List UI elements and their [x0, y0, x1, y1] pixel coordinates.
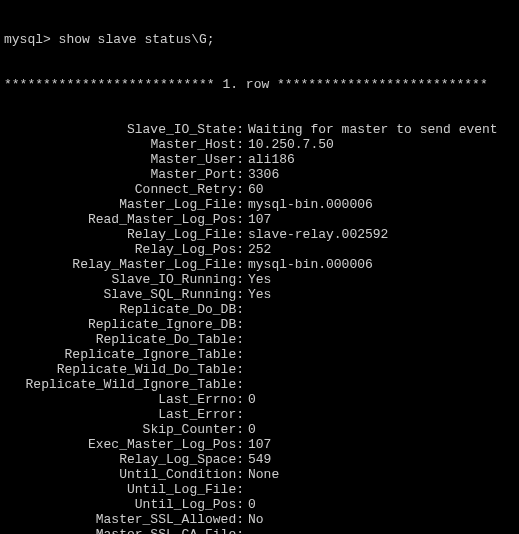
field-value: [244, 482, 248, 497]
status-row: Relay_Log_File:slave-relay.002592: [4, 227, 515, 242]
field-value: Yes: [244, 272, 271, 287]
field-label: Skip_Counter:: [4, 422, 244, 437]
field-label: Relay_Log_Pos:: [4, 242, 244, 257]
field-value: mysql-bin.000006: [244, 257, 373, 272]
prompt: mysql>: [4, 32, 59, 47]
field-value: [244, 332, 248, 347]
field-label: Replicate_Wild_Do_Table:: [4, 362, 244, 377]
field-value: Yes: [244, 287, 271, 302]
field-label: Until_Log_File:: [4, 482, 244, 497]
field-value: No: [244, 512, 264, 527]
status-row: Slave_IO_Running:Yes: [4, 272, 515, 287]
terminal-output: mysql> show slave status\G; ************…: [0, 0, 519, 534]
field-value: 107: [244, 212, 271, 227]
field-value: 107: [244, 437, 271, 452]
status-row: Master_Log_File:mysql-bin.000006: [4, 197, 515, 212]
field-value: [244, 347, 248, 362]
field-label: Slave_IO_Running:: [4, 272, 244, 287]
field-value: 10.250.7.50: [244, 137, 334, 152]
field-value: 0: [244, 392, 256, 407]
field-value: Waiting for master to send event: [244, 122, 498, 137]
field-label: Relay_Log_Space:: [4, 452, 244, 467]
field-value: 549: [244, 452, 271, 467]
command-line[interactable]: mysql> show slave status\G;: [4, 32, 515, 47]
field-label: Replicate_Ignore_DB:: [4, 317, 244, 332]
command-text: show slave status\G;: [59, 32, 215, 47]
field-value: [244, 362, 248, 377]
field-label: Master_SSL_Allowed:: [4, 512, 244, 527]
field-label: Relay_Master_Log_File:: [4, 257, 244, 272]
field-value: [244, 407, 248, 422]
status-row: Until_Log_Pos:0: [4, 497, 515, 512]
status-row: Replicate_Wild_Ignore_Table:: [4, 377, 515, 392]
field-value: [244, 527, 248, 534]
status-row: Read_Master_Log_Pos:107: [4, 212, 515, 227]
status-row: Master_Host:10.250.7.50: [4, 137, 515, 152]
field-label: Master_User:: [4, 152, 244, 167]
status-row: Until_Condition:None: [4, 467, 515, 482]
field-value: 0: [244, 497, 256, 512]
row-marker: *************************** 1. row *****…: [4, 77, 515, 92]
field-label: Connect_Retry:: [4, 182, 244, 197]
status-row: Until_Log_File:: [4, 482, 515, 497]
field-label: Until_Log_Pos:: [4, 497, 244, 512]
field-label: Exec_Master_Log_Pos:: [4, 437, 244, 452]
field-label: Slave_SQL_Running:: [4, 287, 244, 302]
status-row: Exec_Master_Log_Pos:107: [4, 437, 515, 452]
field-label: Master_Port:: [4, 167, 244, 182]
field-label: Master_SSL_CA_File:: [4, 527, 244, 534]
status-fields: Slave_IO_State:Waiting for master to sen…: [4, 122, 515, 534]
field-label: Last_Errno:: [4, 392, 244, 407]
status-row: Last_Error:: [4, 407, 515, 422]
field-label: Until_Condition:: [4, 467, 244, 482]
field-label: Replicate_Do_DB:: [4, 302, 244, 317]
field-label: Last_Error:: [4, 407, 244, 422]
field-value: 0: [244, 422, 256, 437]
field-value: [244, 377, 248, 392]
field-label: Master_Host:: [4, 137, 244, 152]
status-row: Relay_Log_Space:549: [4, 452, 515, 467]
row-marker-right: ***************************: [277, 77, 488, 92]
field-value: ali186: [244, 152, 295, 167]
field-value: None: [244, 467, 279, 482]
status-row: Relay_Master_Log_File:mysql-bin.000006: [4, 257, 515, 272]
status-row: Connect_Retry:60: [4, 182, 515, 197]
status-row: Relay_Log_Pos:252: [4, 242, 515, 257]
field-value: 3306: [244, 167, 279, 182]
status-row: Master_SSL_Allowed:No: [4, 512, 515, 527]
row-marker-left: *************************** 1. row: [4, 77, 277, 92]
status-row: Replicate_Do_Table:: [4, 332, 515, 347]
status-row: Master_Port:3306: [4, 167, 515, 182]
status-row: Replicate_Do_DB:: [4, 302, 515, 317]
field-value: slave-relay.002592: [244, 227, 388, 242]
field-value: mysql-bin.000006: [244, 197, 373, 212]
status-row: Master_SSL_CA_File:: [4, 527, 515, 534]
field-label: Read_Master_Log_Pos:: [4, 212, 244, 227]
status-row: Master_User:ali186: [4, 152, 515, 167]
field-label: Replicate_Wild_Ignore_Table:: [4, 377, 244, 392]
field-label: Replicate_Do_Table:: [4, 332, 244, 347]
status-row: Last_Errno:0: [4, 392, 515, 407]
status-row: Skip_Counter:0: [4, 422, 515, 437]
status-row: Slave_SQL_Running:Yes: [4, 287, 515, 302]
status-row: Replicate_Wild_Do_Table:: [4, 362, 515, 377]
field-label: Relay_Log_File:: [4, 227, 244, 242]
field-value: [244, 302, 248, 317]
status-row: Slave_IO_State:Waiting for master to sen…: [4, 122, 515, 137]
field-value: 252: [244, 242, 271, 257]
field-label: Master_Log_File:: [4, 197, 244, 212]
field-label: Slave_IO_State:: [4, 122, 244, 137]
status-row: Replicate_Ignore_Table:: [4, 347, 515, 362]
field-label: Replicate_Ignore_Table:: [4, 347, 244, 362]
field-value: 60: [244, 182, 264, 197]
field-value: [244, 317, 248, 332]
status-row: Replicate_Ignore_DB:: [4, 317, 515, 332]
